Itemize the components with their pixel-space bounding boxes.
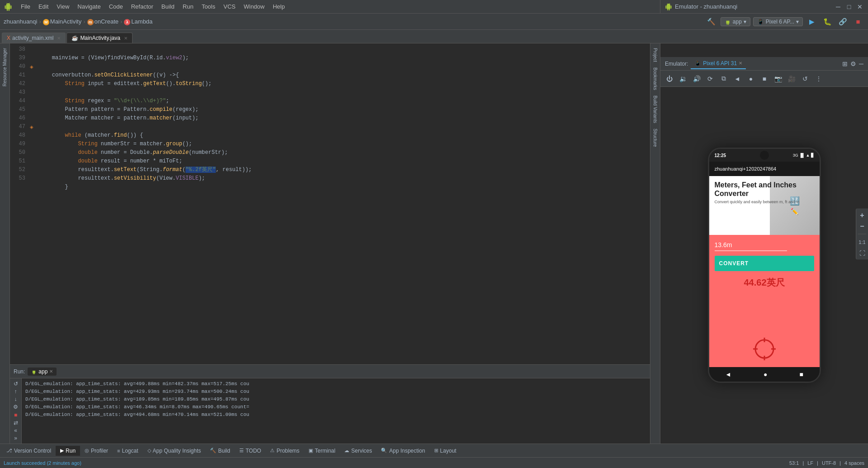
menu-vcs[interactable]: VCS (220, 2, 239, 11)
emulator-window-title: Emulator - zhuanhuanqi (675, 3, 737, 10)
xml-file-icon: X (7, 35, 10, 41)
menu-refactor[interactable]: Refactor (128, 2, 157, 11)
menu-code[interactable]: Code (105, 2, 127, 11)
bottom-tab-profiler[interactable]: ◎ Profiler (80, 446, 113, 456)
bottom-tab-todo[interactable]: ☰ TODO (235, 446, 266, 456)
stop-button[interactable]: ■ (852, 15, 864, 28)
menu-help[interactable]: Help (269, 2, 289, 11)
divider (858, 234, 866, 234)
menu-run[interactable]: Run (179, 2, 197, 11)
sidebar-structure[interactable]: Structure (652, 126, 659, 150)
run-more-button[interactable]: » (11, 435, 20, 442)
log-line-4: D/EGL_emulation: app_time_stats: avg=46.… (25, 403, 646, 411)
bottom-tab-run[interactable]: ▶ Run (56, 446, 80, 456)
app-quality-label: App Quality Insights (153, 448, 201, 454)
bottom-tab-build[interactable]: 🔨 Build (205, 446, 235, 456)
emu-camera-button[interactable]: 🎥 (786, 73, 797, 84)
run-button[interactable]: ▶ (806, 15, 818, 28)
zoom-out-button[interactable]: − (858, 222, 866, 230)
window-controls: ─ □ ✕ (835, 3, 863, 10)
run-restart-button[interactable]: ↺ (11, 380, 20, 387)
emu-power-button[interactable]: ⏻ (664, 73, 675, 84)
left-sidebar: Resource Manager (0, 43, 10, 444)
run-wrap-button[interactable]: ⇄ (11, 419, 20, 426)
run-stop-button[interactable]: ■ (11, 411, 20, 418)
bottom-tab-services[interactable]: ☁ Services (340, 446, 376, 456)
emu-fold-button[interactable]: ⧉ (718, 73, 729, 84)
run-scroll-up-button[interactable]: ↑ (11, 388, 20, 395)
zoom-in-button[interactable]: + (858, 211, 866, 220)
bottom-tab-app-quality[interactable]: ◇ App Quality Insights (143, 446, 206, 456)
menu-window[interactable]: Window (240, 2, 268, 11)
tab-xml-close[interactable]: ✕ (57, 36, 61, 41)
menu-navigate[interactable]: Navigate (74, 2, 104, 11)
emu-volume-up-button[interactable]: 🔊 (691, 73, 702, 84)
fullscreen-button[interactable]: ⛶ (858, 249, 866, 257)
sidebar-build-variants[interactable]: Build Variants (652, 93, 659, 126)
tab-activity-xml[interactable]: X activity_main.xml ✕ (2, 33, 66, 43)
emulator-minimize-icon[interactable]: ─ (859, 60, 863, 67)
right-sidebar-labels: Project Bookmarks Build Variants Structu… (650, 43, 660, 444)
emu-replay-button[interactable]: ↺ (800, 73, 811, 84)
version-control-icon: ⎇ (6, 448, 12, 454)
emu-home-button[interactable]: ● (745, 73, 756, 84)
phone-back-button[interactable]: ◄ (725, 371, 731, 378)
emulator-layout-icon[interactable]: ⊞ (842, 60, 848, 67)
menu-view[interactable]: View (53, 2, 73, 11)
breadcrumb-project[interactable]: zhuanhuanqi (4, 18, 37, 25)
tab-java-label: MainActivity.java (80, 35, 120, 41)
run-config-selector[interactable]: app ▾ (721, 17, 750, 26)
emu-back-button[interactable]: ◄ (732, 73, 743, 84)
bottom-tab-logcat[interactable]: ≡ Logcat (113, 446, 142, 456)
sidebar-resource-manager[interactable]: Resource Manager (1, 45, 8, 89)
close-button[interactable]: ✕ (856, 3, 863, 10)
emu-overview-button[interactable]: ■ (759, 73, 770, 84)
emulator-device-tab[interactable]: 📱 Pixel 6 API 31 ✕ (691, 58, 746, 69)
editor-area: 38 39 40 41 42 43 44 45 46 47 48 49 50 5… (10, 43, 650, 444)
maximize-button[interactable]: □ (845, 3, 853, 10)
run-collapse-button[interactable]: « (11, 427, 20, 434)
build-hammer-button[interactable]: 🔨 (705, 15, 718, 28)
emulator-settings-icon[interactable]: ⚙ (850, 60, 856, 67)
app-convert-button[interactable]: CONVERT (715, 256, 814, 271)
menu-build[interactable]: Build (158, 2, 178, 11)
bottom-tab-layout[interactable]: ⊞ Layout (430, 446, 461, 456)
app-inspection-icon: 🔍 (381, 448, 387, 454)
device-selector[interactable]: 📱 Pixel 6 AP... ▾ (753, 17, 803, 26)
menu-file[interactable]: File (17, 2, 34, 11)
debug-button[interactable]: 🐛 (821, 15, 834, 28)
run-app-tab[interactable]: app ✕ (28, 368, 57, 376)
device-tab-close[interactable]: ✕ (739, 61, 742, 66)
breadcrumb: zhuanhuanqi › MMainActivity › monCreate … (4, 18, 152, 25)
minimize-button[interactable]: ─ (835, 3, 842, 10)
emu-screenshot-button[interactable]: 📷 (773, 73, 783, 84)
tab-mainactivity-java[interactable]: ☕ MainActivity.java ✕ (66, 33, 132, 43)
run-scroll-down-button[interactable]: ↓ (11, 396, 20, 403)
phone-overview-button[interactable]: ■ (799, 371, 803, 378)
attach-button[interactable]: 🔗 (836, 15, 849, 28)
menu-tools[interactable]: Tools (198, 2, 219, 11)
phone-home-button[interactable]: ● (764, 371, 767, 378)
emu-rotate-button[interactable]: ⟳ (705, 73, 716, 84)
aspect-ratio-button[interactable]: 1:1 (858, 238, 866, 246)
code-text[interactable]: mainview = (View)findViewById(R.id.view2… (35, 43, 650, 364)
menu-edit[interactable]: Edit (35, 2, 52, 11)
sidebar-bookmarks[interactable]: Bookmarks (652, 65, 659, 93)
emu-more-button[interactable]: ⋮ (813, 73, 824, 84)
main-area: Resource Manager 38 39 40 41 42 43 44 45… (0, 43, 868, 444)
run-app-close[interactable]: ✕ (49, 369, 53, 374)
run-settings-button[interactable]: ⚙ (11, 404, 20, 411)
bottom-tab-version-control[interactable]: ⎇ Version Control (2, 446, 56, 456)
bottom-tab-problems[interactable]: ⚠ Problems (266, 446, 304, 456)
sidebar-project[interactable]: Project (652, 45, 659, 65)
breadcrumb-lambda[interactable]: λLambda (124, 18, 152, 25)
run-label: Run: (14, 368, 25, 375)
emulator-side-buttons: + − 1:1 ⛶ (856, 209, 868, 260)
breadcrumb-oncreate[interactable]: monCreate (87, 18, 119, 25)
tab-java-close[interactable]: ✕ (124, 36, 128, 41)
bottom-tab-terminal[interactable]: ▣ Terminal (304, 446, 340, 456)
emu-volume-down-button[interactable]: 🔉 (678, 73, 688, 84)
bottom-tab-app-inspection[interactable]: 🔍 App Inspection (376, 446, 429, 456)
breadcrumb-mainactivity[interactable]: MMainActivity (43, 18, 81, 25)
code-editor[interactable]: 38 39 40 41 42 43 44 45 46 47 48 49 50 5… (10, 43, 650, 364)
